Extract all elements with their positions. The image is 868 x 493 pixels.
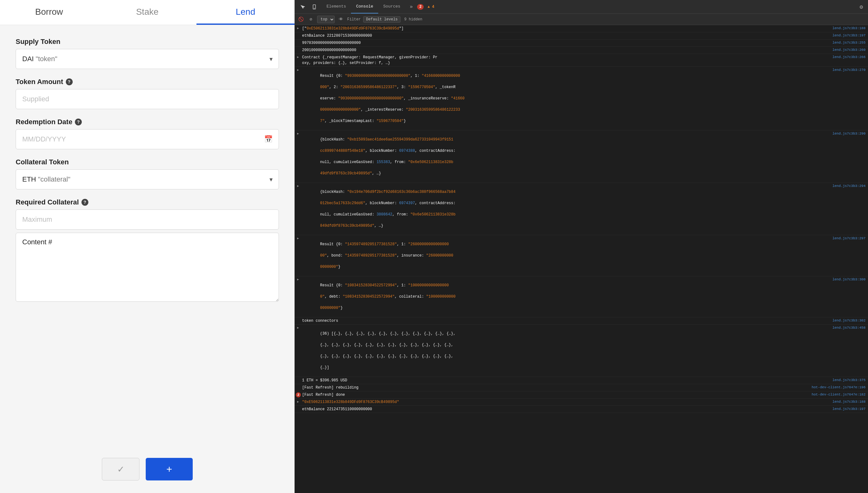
redemption-date-label: Redemption Date ? [16, 118, 279, 126]
console-line[interactable]: ["0xE5062113831e328b849DFd9F8763C39cB498… [295, 25, 868, 32]
required-collateral-group: Required Collateral ? Content # [16, 198, 279, 302]
devtools-tab-console[interactable]: Console [351, 0, 378, 14]
required-collateral-help-icon[interactable]: ? [82, 199, 88, 206]
token-amount-label: Token Amount ? [16, 78, 279, 86]
devtools-tab-sources[interactable]: Sources [378, 0, 406, 14]
console-default-levels[interactable]: Default levels [363, 16, 401, 23]
console-eye-icon[interactable]: 👁 [337, 16, 345, 23]
content-textarea[interactable]: Content # [16, 233, 279, 302]
token-amount-input[interactable] [16, 89, 279, 109]
supply-token-label: Supply Token [16, 38, 279, 46]
redemption-date-wrapper: 📅 [16, 129, 279, 149]
check-icon: ✓ [117, 464, 124, 474]
console-context-select[interactable]: top [317, 16, 335, 23]
form-area: Supply Token DAI "token" ▾ Token Amount … [0, 25, 295, 452]
console-line[interactable]: (36) [{…}, {…}, {…}, {…}, {…}, {…}, {…},… [295, 325, 868, 377]
devtools-cursor-icon[interactable] [298, 2, 307, 12]
token-amount-group: Token Amount ? [16, 78, 279, 109]
console-filter-icon[interactable]: ⊘ [307, 16, 315, 23]
plus-icon: + [166, 464, 172, 475]
supply-token-type: "token" [36, 55, 58, 63]
console-line: [Fast Refresh] rebuilding hot-dev-client… [295, 384, 868, 391]
error-count-badge: 2 [417, 4, 424, 10]
console-line: token connectors lend.js7c3b3:302 [295, 317, 868, 325]
devtools-topbar: Elements Console Sources » 2 ▲ 4 ⚙ [295, 0, 868, 14]
devtools-more-icon[interactable]: » [408, 4, 415, 10]
check-button[interactable]: ✓ [102, 458, 139, 480]
console-line: ethBalance 22128071530000000000 lend.js7… [295, 32, 868, 40]
console-clear-icon[interactable]: 🚫 [297, 16, 304, 23]
console-line: 1 ETH = $396.985 USD lend.js7c3b3:375 [295, 377, 868, 384]
svg-point-1 [314, 8, 315, 8]
devtools-device-icon[interactable] [310, 2, 319, 12]
error-indicator: 2 [296, 392, 301, 398]
collateral-token-type: "collateral" [38, 175, 70, 184]
console-line[interactable]: "0xE5062113831e328b849DFd9F8763C39cB4989… [295, 399, 868, 406]
tab-stake-label: Stake [136, 7, 159, 17]
console-hidden-count: 9 hidden [404, 17, 422, 22]
console-line: ethBalance 22124735110000000000 lend.js7… [295, 406, 868, 413]
devtools-tab-elements[interactable]: Elements [321, 0, 351, 14]
devtools-panel: Elements Console Sources » 2 ▲ 4 ⚙ 🚫 ⊘ t… [295, 0, 868, 493]
console-line[interactable]: Result {0: "143597489205177381528", 1: "… [295, 235, 868, 276]
tab-lend[interactable]: Lend [197, 0, 295, 25]
collateral-token-select-wrapper: ETH "collateral" ▾ [16, 169, 279, 189]
redemption-date-group: Redemption Date ? 📅 [16, 118, 279, 149]
supply-token-group: Supply Token DAI "token" ▾ [16, 38, 279, 69]
collateral-token-name: ETH [22, 175, 36, 184]
collateral-token-select[interactable]: ETH "collateral" [16, 169, 279, 189]
console-filter-label: Filter [347, 17, 361, 22]
console-line: 2 [Fast Refresh] done hot-dev-client.js7… [295, 391, 868, 399]
tab-borrow[interactable]: Borrow [0, 0, 98, 25]
console-line[interactable]: Result {0: "993000000000000000000000000"… [295, 67, 868, 130]
tab-stake[interactable]: Stake [98, 0, 196, 25]
console-line: 200100000000000000000000 lend.js7c3b3:26… [295, 47, 868, 54]
required-collateral-label: Required Collateral ? [16, 198, 279, 206]
supply-token-select-wrapper: DAI "token" ▾ [16, 49, 279, 69]
console-line[interactable]: {blockHash: "0x194e706d9f2bcf92d68163c36… [295, 183, 868, 235]
collateral-token-group: Collateral Token ETH "collateral" ▾ [16, 158, 279, 189]
redemption-date-input[interactable] [16, 129, 279, 149]
devtools-tabs: Elements Console Sources [321, 0, 406, 14]
tab-lend-label: Lend [236, 7, 255, 17]
supply-token-name: DAI [22, 55, 34, 63]
devtools-settings-icon[interactable]: ⚙ [858, 3, 865, 10]
supply-token-select[interactable]: DAI "token" [16, 49, 279, 69]
console-line[interactable]: Contract {_requestManager: RequestManage… [295, 54, 868, 67]
token-amount-help-icon[interactable]: ? [66, 79, 73, 85]
redemption-date-help-icon[interactable]: ? [75, 119, 82, 125]
console-toolbar: 🚫 ⊘ top 👁 Filter Default levels 9 hidden [295, 14, 868, 25]
tab-bar: Borrow Stake Lend [0, 0, 295, 25]
main-panel: Borrow Stake Lend Supply Token DAI "toke… [0, 0, 295, 493]
required-collateral-input[interactable] [16, 210, 279, 230]
add-button[interactable]: + [146, 458, 193, 480]
warn-count-badge: ▲ 4 [426, 4, 436, 10]
console-line[interactable]: {blockHash: "0xb15093aec41dee6ae25594399… [295, 130, 868, 183]
collateral-token-label: Collateral Token [16, 158, 279, 166]
console-line: 99703000000000000000000000 lend.js7c3b3:… [295, 40, 868, 47]
button-row: ✓ + [0, 452, 295, 493]
console-output: ["0xE5062113831e328b849DFd9F8763C39cB498… [295, 25, 868, 493]
console-line[interactable]: Result {0: "108341528304522572994", 1: "… [295, 276, 868, 317]
tab-borrow-label: Borrow [35, 7, 63, 17]
